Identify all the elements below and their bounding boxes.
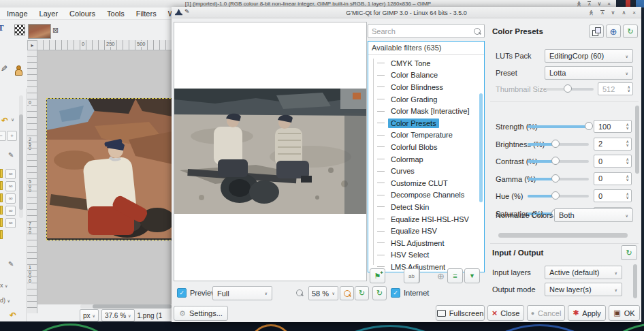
canvas-horizontal-scrollbar[interactable] — [80, 304, 172, 309]
reset-icon[interactable]: ↶ — [1, 116, 8, 125]
filter-item[interactable]: Detect Skin — [372, 201, 479, 213]
zoom-out-button[interactable] — [296, 289, 303, 298]
cancel-button[interactable]: ● Cancel — [527, 305, 565, 321]
preview-mode-dropdown[interactable]: Full ∨ — [212, 286, 272, 300]
close-icon[interactable]: × — [607, 1, 611, 7]
param-slider[interactable] — [528, 156, 589, 166]
expand-collapse-button[interactable]: ▼ — [464, 268, 480, 283]
menu-tools[interactable]: Tools — [107, 10, 125, 18]
filter-item[interactable]: Color Presets — [372, 117, 479, 129]
filter-web-button[interactable]: ⊕ — [606, 25, 621, 38]
minus-button[interactable]: − — [0, 131, 6, 141]
output-mode-dropdown[interactable]: New layer(s) ∨ — [545, 283, 622, 296]
menu-filters[interactable]: Filters — [136, 10, 157, 18]
scrollbar-thumb[interactable] — [93, 304, 172, 309]
luts-pack-dropdown[interactable]: EditingCorp (60) ∨ — [545, 49, 633, 63]
ruler-corner-button[interactable]: ▸ — [27, 40, 37, 50]
vertical-ruler[interactable]: 02 5 05 0 07 5 01 0 0 0 — [27, 50, 37, 313]
filter-item[interactable]: Colormap — [372, 153, 479, 166]
filter-item[interactable]: Colorful Blobs — [372, 141, 479, 153]
keep-above-icon[interactable]: ≫ — [576, 1, 582, 6]
apply-button[interactable]: ✱ Apply — [568, 305, 606, 321]
param-slider[interactable] — [528, 121, 589, 131]
param-slider[interactable] — [528, 174, 589, 183]
update-filters-button[interactable]: ↻ — [372, 286, 387, 300]
link-button[interactable]: ∞ — [5, 218, 16, 228]
keep-above-icon[interactable]: ≫ — [588, 10, 594, 15]
filter-item[interactable]: Equalize HSV — [372, 225, 479, 237]
color-picker-icon[interactable]: ✎ — [1, 64, 7, 74]
preview-zoom-dropdown[interactable]: 58 % ∨ — [308, 286, 338, 300]
minimize-icon[interactable]: ∨ — [611, 10, 615, 16]
menu-colours[interactable]: Colours — [69, 10, 95, 18]
param-spinbox[interactable]: 0∧∨ — [594, 189, 632, 202]
filter-list-scrollbar[interactable] — [479, 93, 483, 202]
filter-item[interactable]: Color Blindness — [372, 81, 479, 93]
search-input[interactable]: Search — [368, 24, 485, 38]
param-spinbox[interactable]: 0∧∨ — [594, 172, 632, 185]
preview-pane[interactable] — [174, 22, 367, 281]
close-button[interactable]: × Close — [487, 305, 524, 321]
ok-button[interactable]: ▣ OK — [609, 305, 640, 321]
preset-dropdown[interactable]: Lotta ∨ — [545, 66, 633, 80]
param-slider[interactable] — [528, 139, 589, 148]
param-spinbox[interactable]: 2∧∨ — [594, 138, 632, 151]
input-layers-dropdown[interactable]: Active (default) ∨ — [545, 266, 622, 279]
settings-button[interactable]: ⚙ Settings... — [174, 306, 228, 321]
unit-dropdown[interactable]: px ∨ — [80, 309, 99, 321]
param-slider[interactable] — [528, 191, 589, 200]
fullscreen-button[interactable]: Fullscreen — [436, 305, 485, 321]
reset-parameters-button[interactable]: ↻ — [623, 25, 638, 38]
gmic-titlebar[interactable]: ✎ G'MIC-Qt for GIMP 3.0 - Linux 64 bits … — [172, 7, 641, 18]
reset-zoom-button[interactable]: ↻ — [355, 286, 369, 300]
link-button[interactable]: ∞ — [5, 181, 16, 191]
filter-item[interactable]: Color Temperature — [372, 129, 479, 142]
person-tool-icon[interactable] — [14, 65, 22, 75]
shade-icon[interactable]: ∧ — [600, 10, 604, 15]
image-tab-thumbnail[interactable] — [28, 24, 51, 39]
zoom-dropdown[interactable]: 37.6 % ∨ — [101, 309, 135, 321]
filter-item[interactable]: Color Grading — [372, 93, 479, 106]
io-reset-button[interactable]: ↻ — [621, 245, 637, 260]
parameters-vertical-scrollbar[interactable] — [635, 106, 639, 174]
minimize-icon[interactable]: ∨ — [597, 1, 601, 7]
add-favorite-button[interactable]: ⚑ — [370, 268, 385, 283]
horizontal-ruler[interactable]: 0250500 — [37, 40, 172, 50]
filter-item[interactable]: HSV Select — [372, 249, 479, 262]
plus-button[interactable]: + — [7, 131, 17, 141]
preview-checkbox[interactable]: ✓ Preview — [177, 288, 216, 298]
dropdown-fragment[interactable]: d) ∨ — [0, 297, 10, 304]
parameters-horizontal-scrollbar[interactable] — [498, 233, 628, 238]
dropdown-fragment[interactable]: x ∨ — [0, 282, 7, 289]
link-button[interactable]: ∞ — [5, 193, 16, 204]
filter-list-options-button[interactable]: ≡ — [447, 268, 463, 283]
normalize-colors-dropdown[interactable]: Both ∨ — [554, 208, 633, 222]
param-spinbox[interactable]: 0∧∨ — [594, 155, 632, 168]
filter-item[interactable]: HSL Adjustment — [372, 237, 479, 249]
io-vertical-scrollbar[interactable] — [633, 264, 637, 298]
edit-icon[interactable]: ✎ — [8, 260, 14, 268]
link-button[interactable]: ∞ — [5, 206, 16, 216]
link-button[interactable]: ∞ — [5, 169, 16, 179]
dock-scrollbar[interactable] — [19, 95, 23, 218]
menu-image[interactable]: Image — [7, 10, 28, 18]
close-icon[interactable]: × — [632, 10, 636, 16]
zoom-in-button[interactable] — [340, 286, 354, 300]
maximize-icon[interactable]: ∧ — [622, 10, 626, 16]
filter-item[interactable]: Decompose Channels — [372, 189, 479, 202]
param-spinbox[interactable]: 100∧∨ — [594, 120, 632, 133]
text-tool-icon[interactable]: T — [0, 22, 4, 33]
pattern-tool-icon[interactable] — [14, 25, 25, 35]
gimp-canvas[interactable] — [37, 50, 172, 304]
filter-item[interactable]: Equalize HSI-HSL-HSV — [372, 213, 479, 225]
filter-item[interactable]: Color Balance — [372, 69, 479, 82]
filter-item[interactable]: Color Mask [Interactive] — [372, 105, 479, 117]
rename-favorite-button[interactable]: ab — [404, 268, 419, 283]
edit-icon[interactable]: ✎ — [8, 151, 14, 159]
shade-icon[interactable]: ∧ — [587, 1, 591, 6]
filter-item[interactable]: Curves — [372, 165, 479, 177]
scrollbar-thumb[interactable] — [19, 114, 23, 210]
menu-layer[interactable]: Layer — [39, 10, 59, 18]
copy-command-button[interactable] — [589, 25, 604, 38]
internet-checkbox[interactable]: ✓ Internet — [391, 288, 429, 298]
